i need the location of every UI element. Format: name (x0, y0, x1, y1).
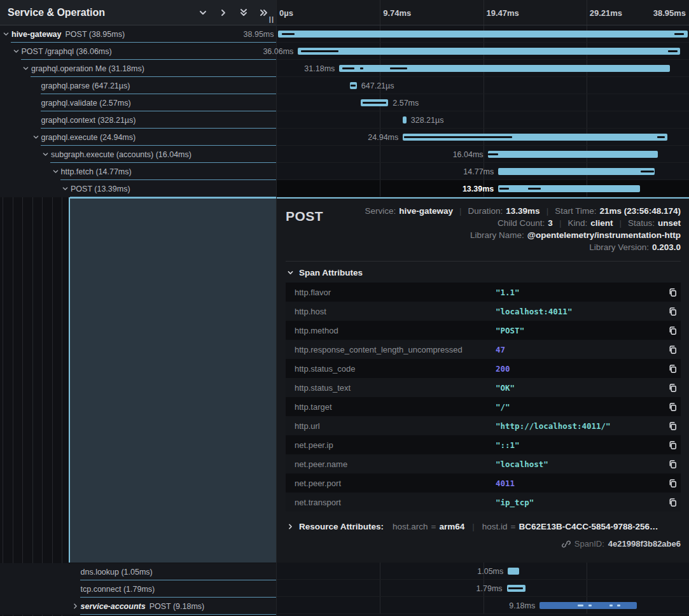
copy-icon[interactable] (664, 435, 681, 454)
attribute-value: "http://localhost:4011/" (496, 421, 664, 431)
tree-row[interactable]: graphql.execute (24.94ms) (0, 129, 276, 146)
service-name: service-accounts (81, 602, 146, 611)
tree-row[interactable]: graphql.operation Me (31.18ms) (0, 60, 276, 77)
timeline-span-row[interactable]: 38.95ms (277, 25, 689, 43)
child-span-mark (641, 171, 655, 172)
tree-row[interactable]: POST /graphql (36.06ms) (0, 43, 276, 60)
tree-row[interactable]: service-accountsPOST (9.18ms) (0, 598, 276, 615)
chevron-down-icon[interactable] (22, 60, 29, 77)
double-chevron-down-icon[interactable] (237, 6, 251, 20)
chevron-down-icon[interactable] (32, 129, 39, 146)
span-name-label: dns.lookup (1.05ms) (81, 563, 153, 580)
copy-icon[interactable] (664, 493, 681, 512)
child-span-mark (609, 605, 613, 606)
resource-attributes-toggle[interactable]: Resource Attributes: host.arch=arm64|hos… (287, 522, 681, 531)
link-icon[interactable] (562, 540, 571, 549)
chevron-down-icon[interactable] (42, 146, 49, 163)
chevron-down-icon[interactable] (62, 180, 69, 197)
timeline-span-row[interactable]: 9.18ms (277, 597, 689, 614)
timeline-span-row[interactable]: 328.21µs (277, 111, 689, 129)
attribute-key: http.host (286, 307, 496, 316)
copy-icon[interactable] (664, 454, 681, 473)
resource-key: host.id (482, 522, 508, 531)
chevron-down-icon[interactable] (3, 25, 10, 43)
chevron-down-icon[interactable] (196, 6, 210, 20)
chevron-right-icon[interactable] (216, 6, 230, 20)
meta-item: Service:hive-gateway (365, 206, 453, 216)
attribute-row: http.target"/" (286, 397, 681, 416)
span-duration-bar[interactable] (498, 168, 655, 175)
tree-row[interactable]: graphql.context (328.21µs) (0, 111, 276, 129)
attribute-key: net.peer.port (286, 479, 496, 488)
span-duration-bar[interactable] (339, 65, 670, 72)
timeline-gridline (484, 94, 484, 111)
meta-label: Status: (628, 218, 655, 228)
tree-row[interactable]: graphql.parse (647.21µs) (0, 77, 276, 94)
tree-row[interactable]: dns.lookup (1.05ms) (0, 563, 276, 580)
span-attributes-title: Span Attributes (299, 268, 363, 277)
timeline-span-row[interactable]: 31.18ms (277, 60, 689, 77)
attribute-value: "/" (496, 402, 664, 412)
attribute-row: http.response_content_length_uncompresse… (286, 340, 681, 359)
chevron-down-icon[interactable] (13, 43, 20, 60)
span-meta: Service:hive-gateway|Duration:13.39ms|St… (323, 206, 681, 252)
tree-row[interactable]: subgraph.execute (accounts) (16.04ms) (0, 146, 276, 163)
span-duration-bar[interactable] (498, 185, 640, 192)
attribute-row: http.url"http://localhost:4011/" (286, 416, 681, 435)
timeline-span-row[interactable]: 14.77ms (277, 163, 689, 180)
timeline-span-row[interactable]: 24.94ms (277, 129, 689, 146)
span-duration-label: 31.18ms (304, 60, 335, 77)
copy-icon[interactable] (664, 302, 681, 321)
copy-icon[interactable] (664, 340, 681, 359)
copy-icon[interactable] (664, 473, 681, 493)
tree-row[interactable]: graphql.validate (2.57ms) (0, 94, 276, 111)
timeline-span-row[interactable]: 1.79ms (277, 580, 689, 597)
resource-separator: | (472, 522, 475, 531)
span-name-label: graphql.operation Me (31.18ms) (31, 60, 144, 77)
ruler-tick-label: 29.21ms (590, 0, 622, 25)
span-duration-bar[interactable] (298, 48, 680, 55)
timeline-gridline (587, 111, 587, 128)
span-attributes-table: http.flavor"1.1"http.host"localhost:4011… (286, 283, 681, 512)
attribute-value: "::1" (496, 440, 664, 450)
attribute-row: net.transport"ip_tcp" (286, 493, 681, 512)
span-duration-label: 9.18ms (509, 597, 535, 614)
span-duration-bar[interactable] (488, 151, 658, 158)
copy-icon[interactable] (664, 321, 681, 340)
attribute-row: http.host"localhost:4011" (286, 302, 681, 321)
timeline-span-row[interactable]: 647.21µs (277, 77, 689, 94)
copy-icon[interactable] (664, 378, 681, 397)
spanid-value: 4e21998f3b82abe6 (608, 539, 681, 549)
chevron-down-icon[interactable] (52, 163, 59, 180)
span-duration-label: 38.95ms (244, 25, 274, 43)
span-duration-bar[interactable] (278, 31, 687, 38)
copy-icon[interactable] (664, 416, 681, 435)
timeline-span-row[interactable]: 2.57ms (277, 94, 689, 111)
copy-icon[interactable] (664, 359, 681, 378)
timeline-span-row[interactable]: 36.06ms (277, 43, 689, 60)
span-duration-bar[interactable] (403, 116, 406, 123)
span-attributes-toggle[interactable]: Span Attributes (287, 268, 681, 277)
tree-row[interactable]: http.fetch (14.77ms) (0, 163, 276, 180)
span-duration-label: 2.57ms (393, 94, 419, 111)
chevron-right-icon[interactable] (72, 598, 79, 615)
ruler-tick-label: 9.74ms (383, 0, 411, 25)
timeline-rows-top: 38.95ms36.06ms31.18ms647.21µs2.57ms328.2… (277, 25, 689, 197)
span-name-label: hive-gatewayPOST (38.95ms) (11, 25, 125, 43)
tree-row[interactable]: tcp.connect (1.79ms) (0, 580, 276, 598)
timeline-span-row[interactable]: 16.04ms (277, 146, 689, 163)
copy-icon[interactable] (664, 283, 681, 302)
attribute-key: net.peer.ip (286, 440, 496, 450)
meta-label: Library Version: (589, 242, 649, 252)
span-duration-bar[interactable] (508, 568, 518, 575)
child-span-mark (351, 85, 355, 87)
tree-row[interactable]: POST (13.39ms) (0, 180, 276, 197)
panel-resize-handle[interactable]: || (269, 15, 274, 23)
meta-value: @opentelemetry/instrumentation-http (527, 230, 681, 240)
copy-icon[interactable] (664, 397, 681, 416)
timeline-span-row[interactable]: 13.39ms (277, 180, 689, 197)
child-span-mark (282, 33, 295, 35)
timeline-span-row[interactable]: 1.05ms (277, 563, 689, 580)
meta-item: Status:unset (628, 218, 681, 228)
tree-row[interactable]: hive-gatewayPOST (38.95ms) (0, 25, 276, 43)
